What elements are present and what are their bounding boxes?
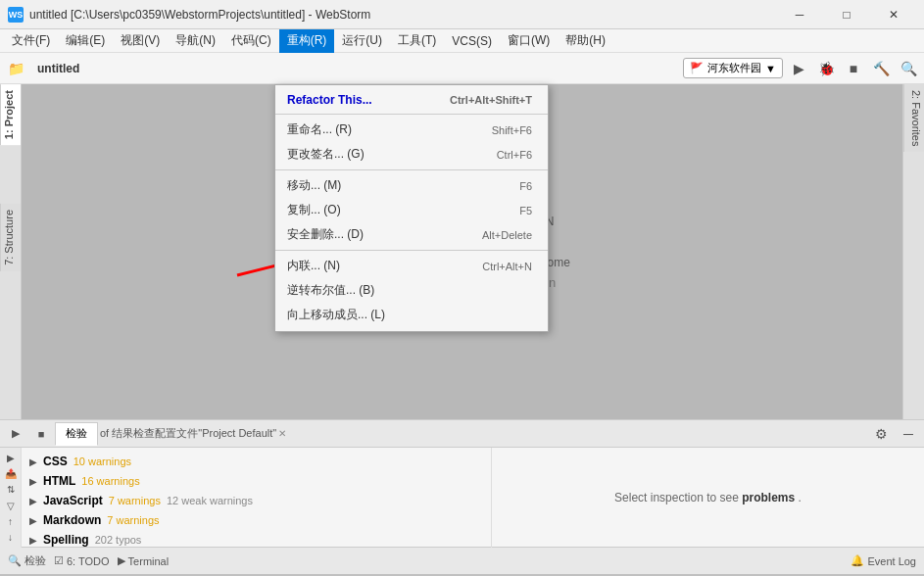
inspection-icon: 🔍 — [8, 554, 22, 567]
expand-icon: ▶ — [29, 456, 37, 467]
stop-button[interactable]: ■ — [842, 57, 865, 80]
status-right: 🔔 Event Log — [851, 554, 916, 567]
inspection-detail-panel: Select inspection to see problems . — [492, 448, 924, 548]
menu-code[interactable]: 代码(C) — [223, 29, 279, 53]
menu-refactor[interactable]: 重构(R) — [279, 29, 335, 53]
folder-icon: 📁 — [4, 57, 27, 80]
project-label: untitled — [29, 62, 87, 75]
filter-icon[interactable]: ▽ — [0, 500, 23, 511]
expand-icon: ▶ — [29, 496, 37, 506]
title-bar: WS untitled [C:\Users\pc0359\WebstormPro… — [0, 0, 924, 29]
inspection-tab-close[interactable]: ✕ — [278, 428, 286, 439]
left-sidebar-panel: 1: Project 7: Structure — [0, 84, 22, 419]
app-icon: WS — [8, 7, 24, 23]
menu-pull-members-up[interactable]: 向上移动成员... (L) — [275, 303, 548, 327]
menu-navigate[interactable]: 导航(N) — [168, 29, 223, 53]
down-icon[interactable]: ↓ — [0, 532, 23, 544]
debug-button[interactable]: 🐞 — [814, 57, 838, 80]
inspection-tab-label: 检验 — [66, 426, 87, 441]
title-text: untitled [C:\Users\pc0359\WebstormProjec… — [29, 8, 370, 22]
menu-change-signature[interactable]: 更改签名... (G) Ctrl+F6 — [275, 142, 548, 167]
menu-separator-3 — [275, 250, 548, 251]
sidebar-tab-favorites[interactable]: 2: Favorites — [903, 84, 924, 152]
inspection-html[interactable]: ▶ HTML 16 warnings — [22, 471, 491, 491]
export-icon[interactable]: 📤 — [0, 467, 23, 479]
bottom-panel: ▶ ■ 检验 of 结果检查配置文件"Project Default" ✕ ⚙ … — [0, 419, 924, 547]
inspection-javascript[interactable]: ▶ JavaScript 7 warnings 12 weak warnings — [22, 491, 491, 510]
sidebar-tab-structure[interactable]: 7: Structure — [0, 204, 21, 271]
menu-view[interactable]: 视图(V) — [113, 29, 168, 53]
menu-copy[interactable]: 复制... (O) F5 — [275, 198, 548, 222]
run-button[interactable]: ▶ — [787, 57, 810, 80]
tab-inspection[interactable]: 检验 — [55, 422, 98, 446]
minimize-button[interactable]: ─ — [777, 0, 822, 29]
search-everywhere-button[interactable]: 🔍 — [897, 57, 920, 80]
menu-separator-2 — [275, 169, 548, 170]
title-left: WS untitled [C:\Users\pc0359\WebstormPro… — [8, 7, 370, 23]
run-icon-small: ▶ — [4, 422, 27, 446]
menu-rename[interactable]: 重命名... (R) Shift+F6 — [275, 118, 548, 142]
up-icon[interactable]: ↑ — [0, 515, 23, 527]
event-log-icon: 🔔 — [851, 554, 864, 567]
dropdown-arrow-icon: ▼ — [765, 63, 776, 74]
menu-safe-delete[interactable]: 安全删除... (D) Alt+Delete — [275, 222, 548, 247]
status-terminal-btn[interactable]: ▶ Terminal — [118, 554, 170, 567]
inspection-markdown[interactable]: ▶ Markdown 7 warnings — [22, 510, 491, 530]
menu-vcs[interactable]: VCS(S) — [444, 29, 500, 53]
status-inspection-btn[interactable]: 🔍 检验 — [8, 553, 46, 568]
menu-bar: 文件(F) 编辑(E) 视图(V) 导航(N) 代码(C) 重构(R) 运行(U… — [0, 29, 924, 53]
menu-inline[interactable]: 内联... (N) Ctrl+Alt+N — [275, 254, 548, 278]
inspection-tab-subtitle: of 结果检查配置文件"Project Default" — [100, 426, 276, 441]
bottom-content: ▶ 📤 ⇅ ▽ ↑ ↓ ▶ CSS 10 warnings ▶ HTML 16 … — [0, 448, 924, 548]
menu-move[interactable]: 移动... (M) F6 — [275, 173, 548, 198]
menu-refactor-this[interactable]: Refactor This... Ctrl+Alt+Shift+T — [275, 89, 548, 111]
run-configuration-combo[interactable]: 🚩 河东软件园 ▼ — [683, 58, 783, 78]
inspection-list: ▶ CSS 10 warnings ▶ HTML 16 warnings ▶ J… — [22, 448, 492, 548]
menu-separator-1 — [275, 114, 548, 115]
menu-edit[interactable]: 编辑(E) — [58, 29, 113, 53]
close-button[interactable]: ✕ — [871, 0, 916, 29]
status-left: 🔍 检验 ☑ 6: TODO ▶ Terminal — [8, 553, 169, 568]
status-todo-btn[interactable]: ☑ 6: TODO — [54, 554, 110, 567]
right-sidebar-panel: 2: Favorites — [902, 84, 924, 419]
expand-icon: ▶ — [29, 476, 37, 487]
sort-icon[interactable]: ⇅ — [0, 484, 23, 496]
sidebar-tab-project[interactable]: 1: Project — [0, 84, 21, 145]
run-config-name: 河东软件园 — [707, 61, 761, 75]
toolbar-right: 🚩 河东软件园 ▼ ▶ 🐞 ■ 🔨 🔍 — [683, 57, 920, 80]
menu-invert-boolean[interactable]: 逆转布尔值... (B) — [275, 278, 548, 303]
bottom-tabs-bar: ▶ ■ 检验 of 结果检查配置文件"Project Default" ✕ ⚙ … — [0, 420, 924, 448]
terminal-icon: ▶ — [118, 554, 125, 567]
inspection-spelling[interactable]: ▶ Spelling 202 typos — [22, 530, 491, 548]
menu-window[interactable]: 窗口(W) — [500, 29, 558, 53]
todo-icon: ☑ — [54, 554, 64, 567]
settings-icon[interactable]: ⚙ — [869, 422, 893, 446]
toolbar: 📁 untitled 🚩 河东软件园 ▼ ▶ 🐞 ■ 🔨 🔍 — [0, 53, 924, 84]
status-event-log-btn[interactable]: 🔔 Event Log — [851, 554, 916, 567]
expand-icon: ▶ — [29, 515, 37, 526]
maximize-button[interactable]: □ — [824, 0, 869, 29]
title-controls: ─ □ ✕ — [777, 0, 916, 29]
menu-tools[interactable]: 工具(T) — [390, 29, 444, 53]
menu-file[interactable]: 文件(F) — [4, 29, 58, 53]
refactor-dropdown-menu[interactable]: Refactor This... Ctrl+Alt+Shift+T 重命名...… — [274, 84, 549, 332]
expand-icon: ▶ — [29, 535, 37, 546]
status-bar: 🔍 检验 ☑ 6: TODO ▶ Terminal 🔔 Event Log — [0, 547, 924, 574]
build-button[interactable]: 🔨 — [869, 57, 893, 80]
inspection-css[interactable]: ▶ CSS 10 warnings — [22, 452, 491, 471]
bottom-left-toolbar: ▶ 📤 ⇅ ▽ ↑ ↓ — [0, 448, 22, 548]
run-analysis-icon[interactable]: ▶ — [0, 452, 23, 463]
stop-icon-small: ■ — [29, 422, 53, 446]
menu-help[interactable]: 帮助(H) — [558, 29, 613, 53]
menu-run[interactable]: 运行(U) — [334, 29, 390, 53]
run-config-flag: 🚩 — [690, 62, 704, 74]
close-panel-icon[interactable]: ─ — [897, 422, 920, 446]
